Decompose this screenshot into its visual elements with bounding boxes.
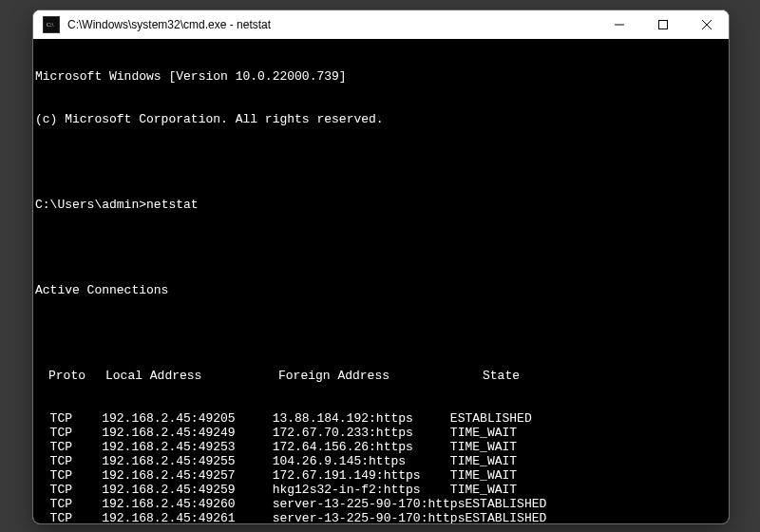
table-row: TCP 192.168.2.45:49259 hkg12s32-in-f2:ht… [33,483,729,497]
table-header: Proto Local Address Foreign Address Stat… [33,369,729,383]
copyright-line: (c) Microsoft Corporation. All rights re… [33,112,729,126]
header-state: State [459,369,729,383]
table-row: TCP 192.168.2.45:49249 172.67.70.233:htt… [33,426,729,440]
cmd-icon: C:\ [43,16,60,33]
prompt-command: netstat [146,198,199,212]
header-proto: Proto [35,369,105,383]
table-row: TCP 192.168.2.45:49255 104.26.9.145:http… [33,454,729,468]
minimize-button[interactable] [598,10,641,39]
header-foreign: Foreign Address [278,369,459,383]
prompt-line: C:\Users\admin>netstat [33,198,729,212]
version-line: Microsoft Windows [Version 10.0.22000.73… [33,69,729,84]
svg-rect-3 [659,21,668,29]
section-heading: Active Connections [33,283,729,297]
maximize-button[interactable] [641,10,685,39]
close-button[interactable] [685,10,729,39]
table-row: TCP 192.168.2.45:49257 172.67.191.149:ht… [33,468,729,483]
table-row: TCP 192.168.2.45:49261 server-13-225-90-… [33,511,729,523]
blank-line [33,240,729,255]
header-local: Local Address [105,369,278,383]
table-row: TCP 192.168.2.45:49253 172.64.156.26:htt… [33,440,729,454]
svg-text:C:\: C:\ [47,22,54,28]
cmd-window: C:\ C:\Windows\system32\cmd.exe - netsta… [32,10,730,524]
blank-line [33,326,729,340]
prompt-path: C:\Users\admin> [35,198,146,212]
blank-line [33,155,729,169]
terminal-output[interactable]: Microsoft Windows [Version 10.0.22000.73… [33,39,729,523]
window-title: C:\Windows\system32\cmd.exe - netstat [67,18,271,31]
titlebar[interactable]: C:\ C:\Windows\system32\cmd.exe - netsta… [33,10,729,39]
table-row: TCP 192.168.2.45:49260 server-13-225-90-… [33,497,729,511]
table-body: TCP 192.168.2.45:49205 13.88.184.192:htt… [33,411,729,523]
table-row: TCP 192.168.2.45:49205 13.88.184.192:htt… [33,411,729,426]
window-controls [598,10,729,39]
